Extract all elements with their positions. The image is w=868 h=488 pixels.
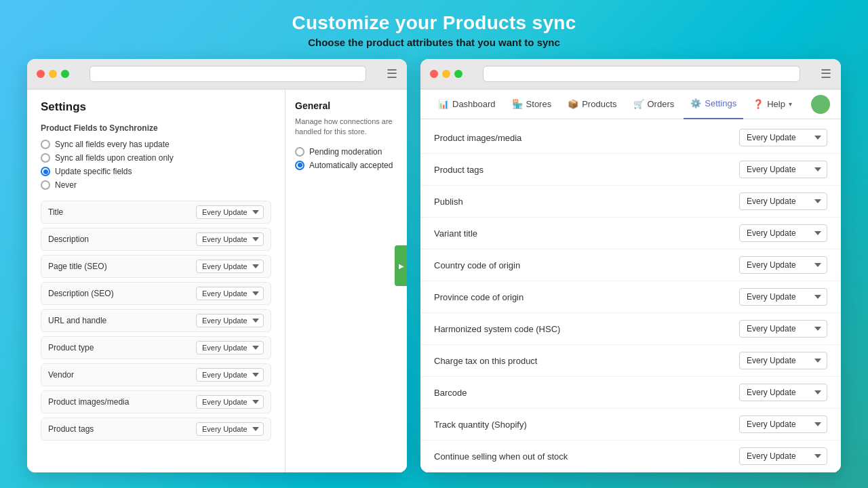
table-row: Harmonized system code (HSC)Every Update… (420, 313, 841, 345)
field-select[interactable]: Every UpdateCreation OnlyNever (196, 205, 264, 219)
nav-products[interactable]: 📦 Products (561, 89, 623, 119)
minimize-button[interactable] (49, 70, 57, 78)
left-titlebar: ☰ (27, 59, 407, 89)
menu-icon[interactable]: ☰ (387, 66, 397, 81)
nav-settings[interactable]: ⚙️ Settings (684, 89, 743, 119)
table-row: Province code of originEvery UpdateCreat… (420, 281, 841, 313)
table-row: TitleEvery UpdateCreation OnlyNever (41, 201, 271, 224)
table-row: Track quantity (Shopify)Every UpdateCrea… (420, 409, 841, 441)
products-icon: 📦 (568, 99, 578, 109)
table-row: Product images/mediaEvery UpdateCreation… (420, 122, 841, 154)
radio-circle-4 (41, 180, 50, 190)
right-close-button[interactable] (430, 70, 438, 78)
right-minimize-button[interactable] (442, 70, 450, 78)
table-row: Product images/mediaEvery UpdateCreation… (41, 390, 271, 413)
field-select[interactable]: Every UpdateCreation OnlyNever (196, 287, 264, 300)
address-bar[interactable] (90, 66, 366, 82)
stores-icon: 🏪 (512, 99, 523, 109)
nav-stores[interactable]: 🏪 Stores (505, 89, 559, 119)
radio-update-specific[interactable]: Update specific fields (41, 167, 271, 176)
page-subtitle: Choose the product attributes that you w… (292, 37, 576, 48)
field-label: URL and handle (48, 316, 106, 325)
right-menu-icon[interactable]: ☰ (821, 66, 831, 81)
left-field-rows: TitleEvery UpdateCreation OnlyNeverDescr… (41, 201, 271, 441)
user-avatar[interactable] (811, 95, 830, 114)
close-button[interactable] (37, 70, 45, 78)
radio-pending[interactable]: Pending moderation (295, 147, 397, 157)
right-window: ☰ 📊 Dashboard 🏪 Stores 📦 Products 🛒 Orde… (420, 59, 841, 472)
nav-orders[interactable]: 🛒 Orders (627, 89, 682, 119)
field-select[interactable]: Every UpdateCreation OnlyNever (196, 395, 264, 409)
radio-auto-accepted[interactable]: Automatically accepted (295, 161, 397, 170)
field-label: Product tags (434, 165, 484, 175)
sync-radio-group: Sync all fields every has update Sync al… (41, 140, 271, 190)
radio-sync-all-update[interactable]: Sync all fields every has update (41, 140, 271, 149)
field-select[interactable]: Every UpdateCreation OnlyNever (739, 288, 827, 306)
field-select[interactable]: Every UpdateCreation OnlyNever (739, 192, 827, 210)
field-label: Province code of origin (434, 292, 524, 302)
field-label: Variant title (434, 228, 477, 239)
field-label: Track quantity (Shopify) (434, 420, 527, 430)
radio-sync-creation[interactable]: Sync all fields upon creation only (41, 153, 271, 163)
field-select[interactable]: Every UpdateCreation OnlyNever (739, 415, 827, 433)
field-select[interactable]: Every UpdateCreation OnlyNever (739, 447, 827, 465)
save-button[interactable]: ▶ (395, 245, 407, 286)
field-select[interactable]: Every UpdateCreation OnlyNever (196, 341, 264, 354)
settings-icon: ⚙️ (690, 98, 701, 108)
right-window-controls (430, 70, 462, 78)
field-label: Publish (434, 197, 463, 207)
radio-circle-2 (41, 153, 50, 163)
table-row: DescriptionEvery UpdateCreation OnlyNeve… (41, 228, 271, 251)
field-select[interactable]: Every UpdateCreation OnlyNever (739, 352, 827, 369)
field-label: Vendor (48, 370, 74, 380)
field-select[interactable]: Every UpdateCreation OnlyNever (196, 368, 264, 382)
table-row: Charge tax on this productEvery UpdateCr… (420, 345, 841, 377)
table-row: Product typeEvery UpdateCreation OnlyNev… (41, 336, 271, 359)
field-select[interactable]: Every UpdateCreation OnlyNever (196, 260, 264, 273)
field-select[interactable]: Every UpdateCreation OnlyNever (196, 314, 264, 327)
nav-help[interactable]: ❓ Help ▾ (746, 89, 799, 119)
page-title: Customize your Products sync (292, 12, 576, 34)
panels-container: ☰ Settings Product Fields to Synchronize… (27, 59, 841, 472)
field-label: Continue selling when out of stock (434, 451, 568, 462)
field-select[interactable]: Every UpdateCreation OnlyNever (196, 422, 264, 436)
right-window-content: Product images/mediaEvery UpdateCreation… (420, 119, 841, 472)
right-titlebar: ☰ (420, 59, 841, 89)
settings-title: Settings (41, 100, 271, 114)
help-icon: ❓ (753, 99, 764, 109)
field-label: Product tags (48, 424, 94, 434)
left-window: ☰ Settings Product Fields to Synchronize… (27, 59, 407, 472)
field-select[interactable]: Every UpdateCreation OnlyNever (739, 320, 827, 338)
table-row: Product tagsEvery UpdateCreation OnlyNev… (41, 418, 271, 441)
table-row: BarcodeEvery UpdateCreation OnlyNever (420, 377, 841, 409)
field-select[interactable]: Every UpdateCreation OnlyNever (196, 232, 264, 246)
nav-dashboard[interactable]: 📊 Dashboard (431, 89, 502, 119)
field-select[interactable]: Every UpdateCreation OnlyNever (739, 384, 827, 401)
table-row: Continue selling when out of stockEvery … (420, 441, 841, 472)
radio-pending-circle (295, 147, 304, 157)
table-row: URL and handleEvery UpdateCreation OnlyN… (41, 309, 271, 332)
general-panel: General Manage how connections are handl… (285, 89, 407, 472)
settings-panel: Settings Product Fields to Synchronize S… (27, 89, 285, 472)
right-maximize-button[interactable] (454, 70, 462, 78)
left-window-content: Settings Product Fields to Synchronize S… (27, 89, 407, 472)
field-select[interactable]: Every UpdateCreation OnlyNever (739, 256, 827, 274)
field-label: Description (48, 235, 89, 244)
dashboard-icon: 📊 (438, 99, 449, 109)
table-row: Country code of originEvery UpdateCreati… (420, 249, 841, 281)
maximize-button[interactable] (61, 70, 69, 78)
table-row: Product tagsEvery UpdateCreation OnlyNev… (420, 154, 841, 186)
general-description: Manage how connections are handled for t… (295, 117, 397, 138)
product-fields-section-title: Product Fields to Synchronize (41, 123, 271, 133)
table-row: PublishEvery UpdateCreation OnlyNever (420, 186, 841, 218)
field-label: Product images/media (48, 397, 129, 407)
field-select[interactable]: Every UpdateCreation OnlyNever (739, 224, 827, 242)
field-label: Page title (SEO) (48, 262, 107, 271)
right-address-bar[interactable] (483, 66, 800, 82)
field-select[interactable]: Every UpdateCreation OnlyNever (739, 129, 827, 146)
table-row: Description (SEO)Every UpdateCreation On… (41, 282, 271, 305)
field-select[interactable]: Every UpdateCreation OnlyNever (739, 161, 827, 178)
nav-bar: 📊 Dashboard 🏪 Stores 📦 Products 🛒 Orders… (420, 89, 841, 119)
field-label: Description (SEO) (48, 289, 114, 298)
radio-never[interactable]: Never (41, 180, 271, 190)
